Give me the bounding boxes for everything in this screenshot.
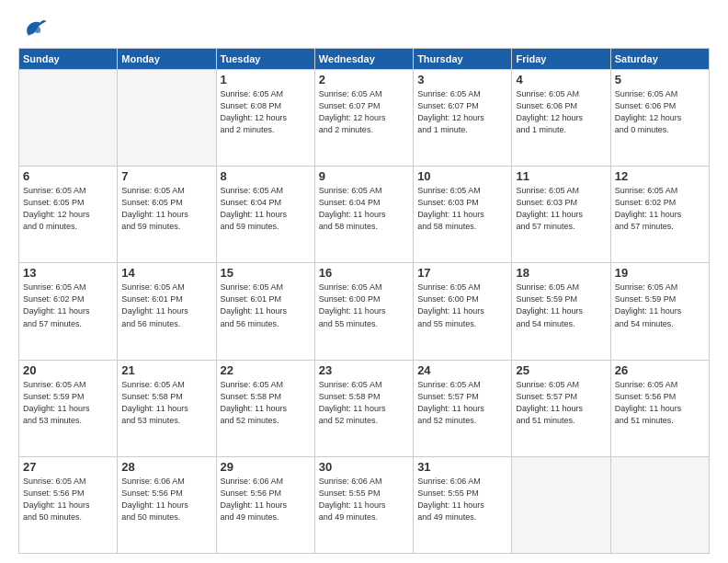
day-info: Sunrise: 6:05 AM Sunset: 6:03 PM Dayligh…: [516, 185, 606, 233]
calendar-day-cell: 3Sunrise: 6:05 AM Sunset: 6:07 PM Daylig…: [414, 70, 512, 167]
day-number: 2: [319, 73, 409, 86]
day-number: 8: [221, 169, 311, 183]
day-number: 6: [23, 169, 113, 183]
calendar-day-cell: 13Sunrise: 6:05 AM Sunset: 6:02 PM Dayli…: [19, 263, 118, 360]
day-number: 27: [23, 460, 113, 474]
day-info: Sunrise: 6:05 AM Sunset: 6:00 PM Dayligh…: [417, 282, 507, 329]
day-info: Sunrise: 6:05 AM Sunset: 6:05 PM Dayligh…: [121, 185, 211, 233]
day-number: 21: [121, 363, 211, 377]
day-number: 3: [417, 73, 507, 86]
day-number: 18: [516, 266, 606, 280]
calendar-day-cell: 25Sunrise: 6:05 AM Sunset: 5:57 PM Dayli…: [512, 360, 610, 456]
calendar-day-cell: [19, 70, 118, 167]
day-number: 22: [221, 363, 311, 377]
day-number: 7: [121, 169, 211, 183]
day-number: 14: [121, 266, 211, 280]
day-info: Sunrise: 6:05 AM Sunset: 5:59 PM Dayligh…: [23, 379, 113, 427]
day-number: 23: [319, 363, 409, 377]
calendar-week-row: 27Sunrise: 6:05 AM Sunset: 5:56 PM Dayli…: [19, 456, 710, 553]
calendar-day-cell: [512, 456, 610, 553]
day-info: Sunrise: 6:06 AM Sunset: 5:56 PM Dayligh…: [121, 476, 211, 523]
calendar-day-cell: 30Sunrise: 6:06 AM Sunset: 5:55 PM Dayli…: [314, 456, 413, 553]
day-info: Sunrise: 6:05 AM Sunset: 6:01 PM Dayligh…: [221, 282, 311, 329]
calendar-day-cell: 21Sunrise: 6:05 AM Sunset: 5:58 PM Dayli…: [118, 360, 216, 456]
day-info: Sunrise: 6:05 AM Sunset: 6:07 PM Dayligh…: [319, 88, 409, 136]
day-number: 5: [615, 73, 705, 86]
calendar-weekday: Friday: [512, 49, 610, 70]
day-number: 1: [221, 73, 311, 86]
calendar-day-cell: 14Sunrise: 6:05 AM Sunset: 6:01 PM Dayli…: [118, 263, 216, 360]
calendar-day-cell: 12Sunrise: 6:05 AM Sunset: 6:02 PM Dayli…: [610, 167, 709, 263]
calendar-day-cell: 29Sunrise: 6:06 AM Sunset: 5:56 PM Dayli…: [216, 456, 314, 553]
calendar-week-row: 1Sunrise: 6:05 AM Sunset: 6:08 PM Daylig…: [19, 70, 710, 167]
day-info: Sunrise: 6:05 AM Sunset: 6:07 PM Dayligh…: [417, 88, 507, 136]
day-info: Sunrise: 6:05 AM Sunset: 6:04 PM Dayligh…: [319, 185, 409, 233]
calendar-week-row: 20Sunrise: 6:05 AM Sunset: 5:59 PM Dayli…: [19, 360, 710, 456]
calendar-day-cell: 6Sunrise: 6:05 AM Sunset: 6:05 PM Daylig…: [19, 167, 118, 263]
calendar-header-row: SundayMondayTuesdayWednesdayThursdayFrid…: [19, 49, 710, 70]
calendar-day-cell: 10Sunrise: 6:05 AM Sunset: 6:03 PM Dayli…: [414, 167, 512, 263]
day-info: Sunrise: 6:05 AM Sunset: 5:58 PM Dayligh…: [319, 379, 409, 427]
day-info: Sunrise: 6:05 AM Sunset: 6:08 PM Dayligh…: [221, 88, 311, 136]
calendar-day-cell: 19Sunrise: 6:05 AM Sunset: 5:59 PM Dayli…: [610, 263, 709, 360]
day-number: 19: [615, 266, 705, 280]
calendar-day-cell: 9Sunrise: 6:05 AM Sunset: 6:04 PM Daylig…: [314, 167, 413, 263]
calendar-day-cell: 15Sunrise: 6:05 AM Sunset: 6:01 PM Dayli…: [216, 263, 314, 360]
calendar-week-row: 13Sunrise: 6:05 AM Sunset: 6:02 PM Dayli…: [19, 263, 710, 360]
calendar-day-cell: 20Sunrise: 6:05 AM Sunset: 5:59 PM Dayli…: [19, 360, 118, 456]
day-info: Sunrise: 6:06 AM Sunset: 5:55 PM Dayligh…: [417, 476, 507, 523]
day-info: Sunrise: 6:05 AM Sunset: 5:58 PM Dayligh…: [221, 379, 311, 427]
calendar-day-cell: 2Sunrise: 6:05 AM Sunset: 6:07 PM Daylig…: [314, 70, 413, 167]
calendar-day-cell: 31Sunrise: 6:06 AM Sunset: 5:55 PM Dayli…: [414, 456, 512, 553]
calendar-day-cell: 4Sunrise: 6:05 AM Sunset: 6:06 PM Daylig…: [512, 70, 610, 167]
day-info: Sunrise: 6:05 AM Sunset: 6:03 PM Dayligh…: [417, 185, 507, 233]
day-info: Sunrise: 6:05 AM Sunset: 6:06 PM Dayligh…: [615, 88, 705, 136]
logo: [18, 15, 48, 40]
day-number: 12: [615, 169, 705, 183]
calendar-weekday: Wednesday: [314, 49, 413, 70]
day-info: Sunrise: 6:05 AM Sunset: 5:59 PM Dayligh…: [615, 282, 705, 329]
day-number: 20: [23, 363, 113, 377]
day-info: Sunrise: 6:05 AM Sunset: 5:58 PM Dayligh…: [121, 379, 211, 427]
day-number: 13: [23, 266, 113, 280]
calendar-weekday: Saturday: [610, 49, 709, 70]
calendar-week-row: 6Sunrise: 6:05 AM Sunset: 6:05 PM Daylig…: [19, 167, 710, 263]
day-number: 11: [516, 169, 606, 183]
day-info: Sunrise: 6:05 AM Sunset: 5:56 PM Dayligh…: [23, 476, 113, 523]
calendar-day-cell: 27Sunrise: 6:05 AM Sunset: 5:56 PM Dayli…: [19, 456, 118, 553]
calendar-day-cell: [118, 70, 216, 167]
day-info: Sunrise: 6:05 AM Sunset: 5:56 PM Dayligh…: [615, 379, 705, 427]
day-info: Sunrise: 6:05 AM Sunset: 6:05 PM Dayligh…: [23, 185, 113, 233]
calendar-table: SundayMondayTuesdayWednesdayThursdayFrid…: [18, 48, 710, 554]
day-number: 9: [319, 169, 409, 183]
calendar-day-cell: 18Sunrise: 6:05 AM Sunset: 5:59 PM Dayli…: [512, 263, 610, 360]
day-info: Sunrise: 6:05 AM Sunset: 5:59 PM Dayligh…: [516, 282, 606, 329]
calendar-weekday: Monday: [118, 49, 216, 70]
day-number: 30: [319, 460, 409, 474]
day-info: Sunrise: 6:05 AM Sunset: 5:57 PM Dayligh…: [417, 379, 507, 427]
calendar-day-cell: 22Sunrise: 6:05 AM Sunset: 5:58 PM Dayli…: [216, 360, 314, 456]
day-number: 4: [516, 73, 606, 86]
day-number: 25: [516, 363, 606, 377]
calendar-day-cell: 24Sunrise: 6:05 AM Sunset: 5:57 PM Dayli…: [414, 360, 512, 456]
day-number: 31: [417, 460, 507, 474]
day-info: Sunrise: 6:06 AM Sunset: 5:55 PM Dayligh…: [319, 476, 409, 523]
day-info: Sunrise: 6:05 AM Sunset: 6:06 PM Dayligh…: [516, 88, 606, 136]
day-number: 26: [615, 363, 705, 377]
day-number: 17: [417, 266, 507, 280]
day-info: Sunrise: 6:05 AM Sunset: 6:02 PM Dayligh…: [23, 282, 113, 329]
calendar-weekday: Tuesday: [216, 49, 314, 70]
day-info: Sunrise: 6:05 AM Sunset: 6:00 PM Dayligh…: [319, 282, 409, 329]
day-number: 15: [221, 266, 311, 280]
calendar-day-cell: [610, 456, 709, 553]
calendar-day-cell: 8Sunrise: 6:05 AM Sunset: 6:04 PM Daylig…: [216, 167, 314, 263]
calendar-day-cell: 26Sunrise: 6:05 AM Sunset: 5:56 PM Dayli…: [610, 360, 709, 456]
calendar-day-cell: 28Sunrise: 6:06 AM Sunset: 5:56 PM Dayli…: [118, 456, 216, 553]
day-info: Sunrise: 6:05 AM Sunset: 6:01 PM Dayligh…: [121, 282, 211, 329]
calendar-day-cell: 23Sunrise: 6:05 AM Sunset: 5:58 PM Dayli…: [314, 360, 413, 456]
calendar-day-cell: 11Sunrise: 6:05 AM Sunset: 6:03 PM Dayli…: [512, 167, 610, 263]
day-info: Sunrise: 6:05 AM Sunset: 5:57 PM Dayligh…: [516, 379, 606, 427]
calendar-weekday: Sunday: [19, 49, 118, 70]
day-number: 29: [221, 460, 311, 474]
calendar-weekday: Thursday: [414, 49, 512, 70]
